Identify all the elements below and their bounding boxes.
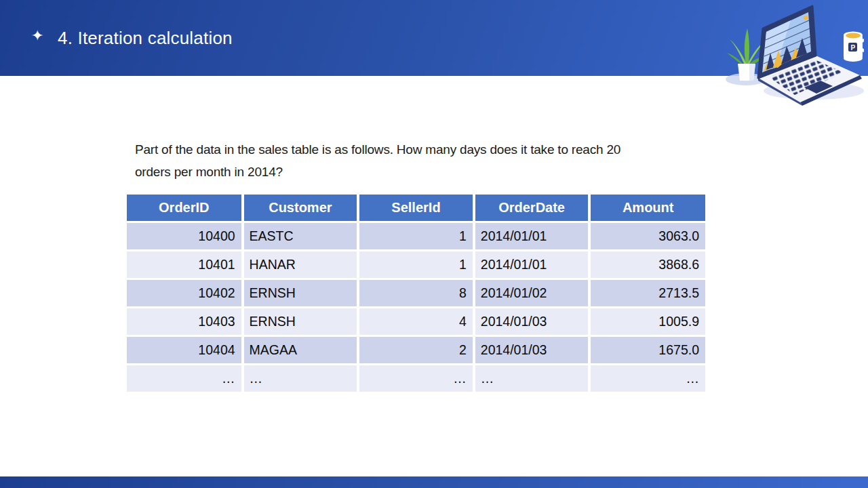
slide-canvas: ✦ 4. Iteration calculation [0, 0, 868, 488]
table-cell: … [243, 365, 359, 392]
table-cell: ERNSH [243, 279, 359, 308]
table-cell: … [589, 365, 705, 392]
table-header-row: OrderID Customer SellerId OrderDate Amou… [127, 195, 705, 222]
table-cell: 2014/01/03 [474, 336, 590, 365]
coffee-mug-icon: P [844, 32, 864, 62]
sparkle-icon: ✦ [31, 28, 43, 43]
column-header-orderid: OrderID [127, 195, 243, 222]
laptop-workspace-illustration: P [713, 1, 864, 106]
table-cell: … [358, 365, 474, 392]
table-cell: 3868.6 [589, 251, 705, 279]
column-header-amount: Amount [589, 195, 705, 222]
column-header-sellerid: SellerId [358, 195, 474, 222]
table-cell: 10401 [127, 251, 243, 279]
table-cell: … [127, 365, 243, 392]
table-cell: ERNSH [243, 308, 359, 336]
question-line: Part of the data in the sales table is a… [135, 138, 650, 161]
table-cell: MAGAA [243, 336, 359, 365]
page-title: 4. Iteration calculation [58, 28, 233, 48]
table-row: 10400 EASTC 1 2014/01/01 3063.0 [127, 222, 705, 251]
table-cell: … [474, 365, 590, 392]
table-row-ellipsis: … … … … … [127, 365, 705, 392]
table-cell: 2014/01/01 [474, 251, 590, 279]
table-cell: 2 [358, 336, 474, 365]
table-cell: 1675.0 [589, 336, 705, 365]
question-line: orders per month in 2014? [135, 161, 650, 183]
table-cell: HANAR [243, 251, 359, 279]
table-cell: 1005.9 [589, 308, 705, 336]
table-cell: 2713.5 [589, 279, 705, 308]
table-cell: 2014/01/03 [474, 308, 590, 336]
column-header-orderdate: OrderDate [474, 195, 590, 222]
mug-logo-letter: P [851, 44, 856, 52]
table-cell: 10404 [127, 336, 243, 365]
column-header-customer: Customer [243, 195, 359, 222]
table-cell: 3063.0 [589, 222, 705, 251]
table-cell: 4 [358, 308, 474, 336]
table-row: 10402 ERNSH 8 2014/01/02 2713.5 [127, 279, 705, 308]
sales-table: OrderID Customer SellerId OrderDate Amou… [127, 195, 705, 392]
table-row: 10404 MAGAA 2 2014/01/03 1675.0 [127, 336, 705, 365]
table-cell: 2014/01/02 [474, 279, 590, 308]
table-cell: 1 [358, 222, 474, 251]
question-text: Part of the data in the sales table is a… [135, 138, 650, 183]
footer-band [0, 476, 868, 488]
table-cell: 10400 [127, 222, 243, 251]
table-cell: 10403 [127, 308, 243, 336]
table-cell: 8 [358, 279, 474, 308]
table-cell: 10402 [127, 279, 243, 308]
table-cell: 2014/01/01 [474, 222, 590, 251]
table-cell: 1 [358, 251, 474, 279]
table-row: 10403 ERNSH 4 2014/01/03 1005.9 [127, 308, 705, 336]
table-row: 10401 HANAR 1 2014/01/01 3868.6 [127, 251, 705, 279]
table-cell: EASTC [243, 222, 359, 251]
